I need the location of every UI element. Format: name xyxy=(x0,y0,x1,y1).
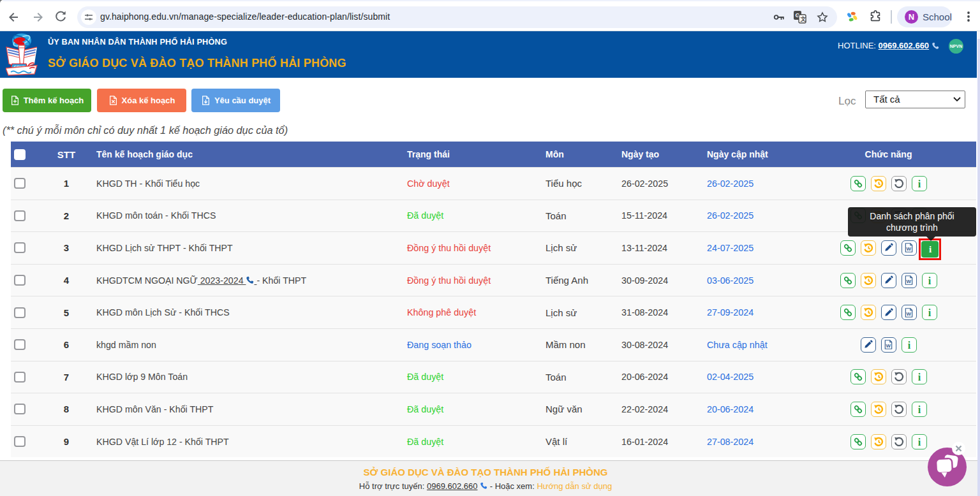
svg-text:W: W xyxy=(906,310,911,316)
svg-text:i: i xyxy=(928,307,931,317)
svg-text:i: i xyxy=(928,275,931,286)
svg-text:i: i xyxy=(907,340,910,350)
svg-text:文: 文 xyxy=(800,16,806,22)
svg-text:i: i xyxy=(917,179,921,189)
svg-text:W: W xyxy=(886,343,891,349)
svg-text:W: W xyxy=(906,279,911,284)
svg-text:i: i xyxy=(917,404,921,414)
svg-text:i: i xyxy=(917,437,921,447)
svg-text:i: i xyxy=(928,244,931,254)
svg-text:i: i xyxy=(917,372,921,382)
svg-text:W: W xyxy=(906,246,911,252)
